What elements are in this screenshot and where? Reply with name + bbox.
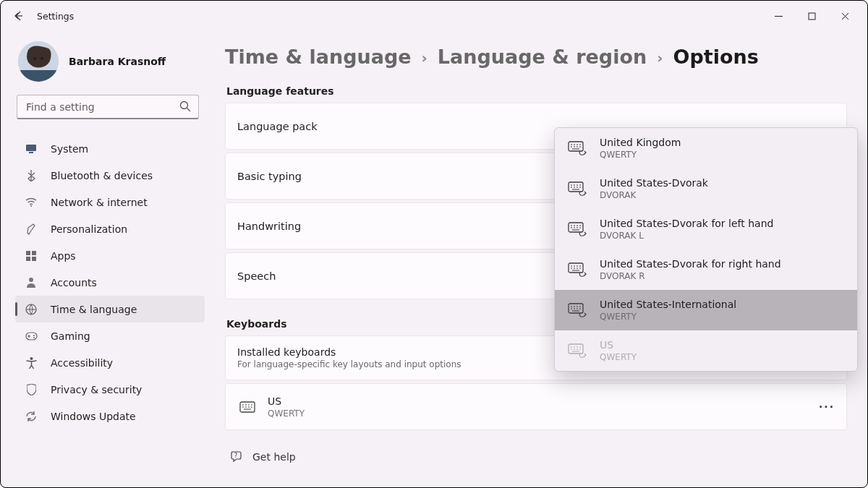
- back-button[interactable]: [7, 4, 33, 27]
- titlebar: Settings: [1, 1, 867, 31]
- language-feature-label: Handwriting: [237, 221, 301, 232]
- minimize-button[interactable]: [762, 4, 795, 27]
- search-input[interactable]: [26, 101, 172, 113]
- sidebar-item-label: Accounts: [51, 277, 97, 288]
- sidebar-item-privacy-security[interactable]: Privacy & security: [15, 376, 205, 403]
- svg-point-18: [33, 337, 35, 338]
- display-icon: [25, 142, 38, 155]
- sync-icon: [25, 410, 38, 423]
- add-keyboard-popup: United KingdomQWERTYUnited States-Dvorak…: [554, 127, 858, 372]
- svg-rect-10: [26, 251, 30, 255]
- search-icon: [179, 100, 191, 112]
- svg-rect-13: [32, 257, 36, 261]
- keyboard-icon: [568, 141, 587, 155]
- sidebar-item-time-language[interactable]: Time & language: [15, 296, 205, 322]
- svg-point-3: [33, 57, 36, 60]
- keyboard-icon: [568, 181, 587, 196]
- svg-point-19: [30, 357, 33, 360]
- window-controls: [762, 4, 861, 27]
- keyboard-option-name: United States-Dvorak for right hand: [600, 258, 781, 270]
- keyboard-name: US: [268, 395, 305, 407]
- sidebar: Barbara Krasnoff SystemBluetooth & devic…: [1, 31, 212, 487]
- more-button[interactable]: ···: [819, 401, 835, 413]
- keyboard-option-name: United States-Dvorak: [600, 177, 708, 189]
- keyboard-icon: [237, 401, 258, 413]
- language-feature-label: Basic typing: [237, 171, 302, 182]
- breadcrumb-time-language[interactable]: Time & language: [225, 46, 412, 68]
- wifi-icon: [25, 196, 38, 209]
- keyboard-option-name: United States-Dvorak for left hand: [600, 218, 773, 229]
- sidebar-item-bluetooth-devices[interactable]: Bluetooth & devices: [15, 162, 205, 189]
- keyboard-icon: [568, 343, 587, 358]
- language-features-heading: Language features: [226, 85, 847, 97]
- keyboard-option-name: United States-International: [600, 299, 736, 310]
- keyboard-icon: [568, 262, 587, 277]
- keyboard-option[interactable]: United States-DvorakDVORAK: [555, 168, 857, 209]
- profile[interactable]: Barbara Krasnoff: [18, 41, 205, 82]
- svg-rect-5: [18, 70, 59, 82]
- sidebar-item-accessibility[interactable]: Accessibility: [15, 349, 205, 376]
- profile-name: Barbara Krasnoff: [69, 56, 166, 67]
- breadcrumb-language-region[interactable]: Language & region: [438, 46, 647, 68]
- language-feature-label: Language pack: [237, 121, 318, 132]
- keyboard-option[interactable]: United States-Dvorak for left handDVORAK…: [555, 209, 857, 249]
- svg-rect-8: [29, 152, 33, 153]
- keyboard-option-layout: QWERTY: [600, 352, 637, 362]
- sidebar-item-label: Bluetooth & devices: [51, 170, 153, 181]
- sidebar-item-system[interactable]: System: [15, 135, 205, 162]
- breadcrumb: Time & language › Language & region › Op…: [225, 46, 847, 68]
- svg-point-4: [41, 57, 43, 60]
- svg-rect-7: [26, 145, 36, 151]
- svg-text:?: ?: [234, 453, 237, 459]
- maximize-button[interactable]: [795, 4, 828, 27]
- sidebar-item-network-internet[interactable]: Network & internet: [15, 189, 205, 215]
- keyboard-option[interactable]: United States-Dvorak for right handDVORA…: [555, 249, 857, 290]
- accessibility-icon: [25, 356, 38, 369]
- bluetooth-icon: [25, 169, 38, 182]
- chevron-right-icon: ›: [422, 49, 427, 67]
- sidebar-item-label: Privacy & security: [51, 384, 142, 395]
- window-title: Settings: [37, 11, 74, 22]
- keyboard-icon: [568, 303, 587, 317]
- svg-point-9: [30, 205, 32, 207]
- breadcrumb-current: Options: [673, 46, 758, 68]
- keyboard-icon: [568, 222, 587, 236]
- search-input-wrapper[interactable]: [17, 95, 199, 119]
- keyboard-option-layout: DVORAK R: [600, 271, 781, 281]
- sidebar-item-label: Accessibility: [51, 357, 113, 369]
- svg-rect-11: [32, 251, 36, 255]
- keyboard-option[interactable]: United KingdomQWERTY: [555, 128, 857, 168]
- sidebar-item-label: Network & internet: [51, 197, 148, 208]
- person-icon: [25, 276, 38, 289]
- sidebar-item-accounts[interactable]: Accounts: [15, 269, 205, 296]
- installed-keyboards-title: Installed keyboards: [237, 346, 461, 358]
- get-help-label: Get help: [252, 451, 296, 463]
- grid-icon: [25, 249, 38, 262]
- keyboard-option[interactable]: United States-InternationalQWERTY: [555, 290, 857, 330]
- sidebar-item-personalization[interactable]: Personalization: [15, 215, 205, 242]
- keyboard-option-layout: DVORAK: [600, 190, 708, 200]
- sidebar-item-gaming[interactable]: Gaming: [15, 322, 205, 349]
- sidebar-item-label: Windows Update: [51, 411, 136, 422]
- svg-rect-0: [809, 13, 815, 20]
- sidebar-item-windows-update[interactable]: Windows Update: [15, 403, 205, 429]
- sidebar-item-apps[interactable]: Apps: [15, 242, 205, 269]
- svg-point-6: [181, 102, 188, 109]
- close-button[interactable]: [828, 4, 861, 27]
- keyboard-layout: QWERTY: [268, 408, 305, 419]
- globe-clock-icon: [25, 303, 38, 316]
- sidebar-nav: SystemBluetooth & devicesNetwork & inter…: [15, 135, 205, 429]
- sidebar-item-label: Time & language: [51, 304, 137, 315]
- keyboard-row[interactable]: USQWERTY···: [225, 383, 847, 430]
- keyboard-option-name: United Kingdom: [600, 137, 681, 148]
- sidebar-item-label: Personalization: [51, 223, 127, 235]
- avatar: [18, 41, 59, 82]
- sidebar-item-label: Gaming: [51, 330, 90, 342]
- keyboard-option-layout: QWERTY: [600, 150, 681, 160]
- gamepad-icon: [25, 330, 38, 343]
- sidebar-item-label: Apps: [51, 250, 76, 262]
- settings-window: Settings Barbara Krasnoff SystemBluetoot…: [0, 0, 868, 488]
- get-help-link[interactable]: ? Get help: [229, 450, 847, 463]
- installed-keyboards-subtitle: For language-specific key layouts and in…: [237, 359, 461, 369]
- keyboard-option: USQWERTY: [555, 330, 857, 371]
